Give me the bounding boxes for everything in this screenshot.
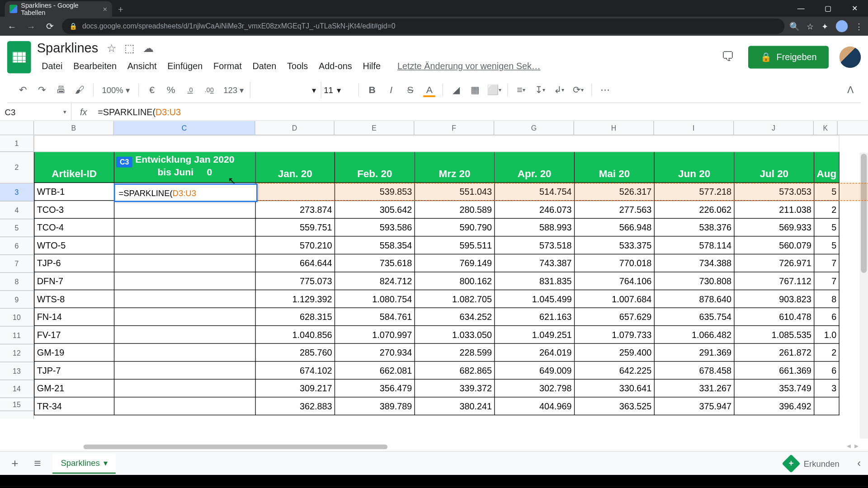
borders-button[interactable]: ▦ [467, 81, 484, 98]
cell-value[interactable]: 593.586 [335, 218, 415, 236]
cell-value[interactable]: 2 [814, 201, 839, 219]
cell-value[interactable]: 339.372 [415, 379, 495, 397]
cell-sparkline[interactable] [114, 397, 256, 415]
nav-back-button[interactable]: ← [5, 21, 19, 31]
cell-value[interactable]: 573.053 [734, 183, 814, 201]
cell-artikel-id[interactable]: DFN-7 [34, 272, 114, 290]
zoom-select[interactable]: 100% ▾ [99, 85, 134, 94]
cell-artikel-id[interactable]: GM-19 [34, 343, 114, 361]
cell-value[interactable]: 8 [814, 290, 839, 308]
row-header-5[interactable]: 5 [0, 219, 33, 237]
paint-format-button[interactable]: 🖌 [71, 81, 88, 98]
cell-value[interactable]: 261.872 [734, 343, 814, 361]
cell-sparkline[interactable] [114, 236, 256, 254]
header-month[interactable]: Apr. 20 [495, 152, 575, 183]
header-artikel-id[interactable]: Artikel-ID [34, 152, 114, 183]
extensions-icon[interactable]: ✦ [821, 21, 829, 31]
strikethrough-button[interactable]: S [402, 81, 419, 98]
row-header-13[interactable]: 13 [0, 362, 33, 380]
font-size-select[interactable]: 11 ▾ [324, 85, 354, 94]
cell-artikel-id[interactable]: WTB-1 [34, 183, 114, 201]
document-title[interactable]: Sparklines [37, 41, 98, 56]
collapse-toolbar-icon[interactable]: ᐱ [847, 84, 854, 95]
increase-decimal-button[interactable]: .00 [201, 81, 217, 98]
browser-menu-icon[interactable]: ⋮ [855, 21, 863, 31]
cell-value[interactable]: 5 [814, 183, 839, 201]
cell-value[interactable]: 539.853 [335, 183, 415, 201]
cell-value[interactable]: 228.599 [415, 343, 495, 361]
cell-value[interactable]: 662.081 [335, 361, 415, 380]
cell-value[interactable]: 1.080.754 [335, 290, 415, 308]
cell-value[interactable]: 1.040.856 [255, 326, 335, 344]
cell-value[interactable]: 380.241 [415, 397, 495, 415]
cell-value[interactable]: 621.163 [495, 308, 575, 326]
cell-value[interactable]: 7 [814, 272, 839, 290]
menu-hilfe[interactable]: Hilfe [358, 58, 386, 73]
row-header-15[interactable]: 15 [0, 398, 33, 411]
cell-value[interactable]: 590.790 [415, 218, 495, 236]
decrease-decimal-button[interactable]: .0 [182, 81, 198, 98]
col-header-b[interactable]: B [34, 121, 114, 135]
cell-editor[interactable]: =SPARKLINE(D3:U3 [114, 183, 258, 202]
cell-value[interactable]: 1.0 [814, 326, 839, 344]
zoom-icon[interactable]: 🔍 [789, 21, 799, 31]
col-header-h[interactable]: H [574, 121, 654, 135]
header-month[interactable]: Aug [814, 152, 839, 183]
explore-button[interactable]: Erkunden ‹ [784, 457, 861, 470]
italic-button[interactable]: I [383, 81, 400, 98]
cell-value[interactable]: 396.492 [734, 397, 814, 415]
currency-button[interactable]: € [144, 81, 160, 98]
text-rotation-button[interactable]: ⟳ ▾ [570, 81, 587, 98]
cell-value[interactable]: 610.478 [734, 308, 814, 326]
spreadsheet-grid[interactable]: Artikel-ID Entwicklung Jan 2020bis Juni … [34, 135, 840, 415]
cell-value[interactable]: 302.798 [495, 379, 575, 397]
cell-artikel-id[interactable]: TJP-7 [34, 361, 114, 380]
cell-value[interactable]: 678.458 [654, 361, 734, 380]
cell-value[interactable]: 551.043 [415, 183, 495, 201]
sheets-logo[interactable] [7, 41, 31, 73]
cell-value[interactable]: 1.007.684 [575, 290, 655, 308]
row-header-14[interactable]: 14 [0, 380, 33, 398]
comments-icon[interactable]: 🗨 [721, 48, 738, 65]
cell-value[interactable]: 362.883 [255, 397, 335, 415]
row-header-1[interactable]: 1 [0, 135, 33, 152]
bold-button[interactable]: B [364, 81, 381, 98]
cell-sparkline[interactable] [114, 254, 256, 272]
header-month[interactable]: Jan. 20 [255, 152, 335, 183]
print-button[interactable]: 🖶 [52, 81, 69, 98]
font-select[interactable]: ▾ [250, 81, 321, 98]
cell-value[interactable]: 2 [814, 343, 839, 361]
cell-value[interactable]: 595.511 [415, 236, 495, 254]
cell-value[interactable]: 7 [814, 254, 839, 272]
address-bar[interactable]: 🔒 docs.google.com/spreadsheets/d/1njlwCa… [62, 19, 784, 34]
cell-value[interactable]: 5 [814, 236, 839, 254]
cloud-status-icon[interactable]: ☁ [143, 42, 154, 55]
nav-forward-button[interactable]: → [24, 21, 38, 31]
cell-value[interactable]: 628.315 [255, 308, 335, 326]
row-header-4[interactable]: 4 [0, 202, 33, 220]
side-panel-collapse-icon[interactable]: ‹ [857, 457, 861, 469]
sheet-tab-active[interactable]: Sparklines ▾ [52, 453, 116, 474]
cell-value[interactable]: 526.317 [575, 183, 655, 201]
cell-artikel-id[interactable]: TR-34 [34, 397, 114, 415]
cell-value[interactable]: 259.400 [575, 343, 655, 361]
cell-value[interactable]: 330.641 [575, 379, 655, 397]
cell-value[interactable]: 264.019 [495, 343, 575, 361]
cell-value[interactable]: 767.112 [734, 272, 814, 290]
cell-artikel-id[interactable]: TJP-6 [34, 254, 114, 272]
row-header-11[interactable]: 11 [0, 327, 33, 345]
text-wrap-button[interactable]: ↲ ▾ [551, 81, 568, 98]
all-sheets-button[interactable]: ≡ [30, 456, 45, 470]
header-month[interactable]: Jun 20 [654, 152, 734, 183]
cell-sparkline[interactable] [114, 343, 256, 361]
cell-sparkline[interactable] [114, 326, 256, 344]
cell-value[interactable]: 1.129.392 [255, 290, 335, 308]
cell-value[interactable]: 664.644 [255, 254, 335, 272]
star-icon[interactable]: ☆ [107, 42, 116, 55]
row-header-8[interactable]: 8 [0, 273, 33, 291]
formula-bar[interactable]: =SPARKLINE(D3:U3 [95, 106, 868, 117]
cell-value[interactable]: 356.479 [335, 379, 415, 397]
cell-value[interactable]: 734.388 [654, 254, 734, 272]
menu-ansicht[interactable]: Ansicht [123, 58, 161, 73]
row-header-2[interactable]: 2 [0, 152, 33, 183]
